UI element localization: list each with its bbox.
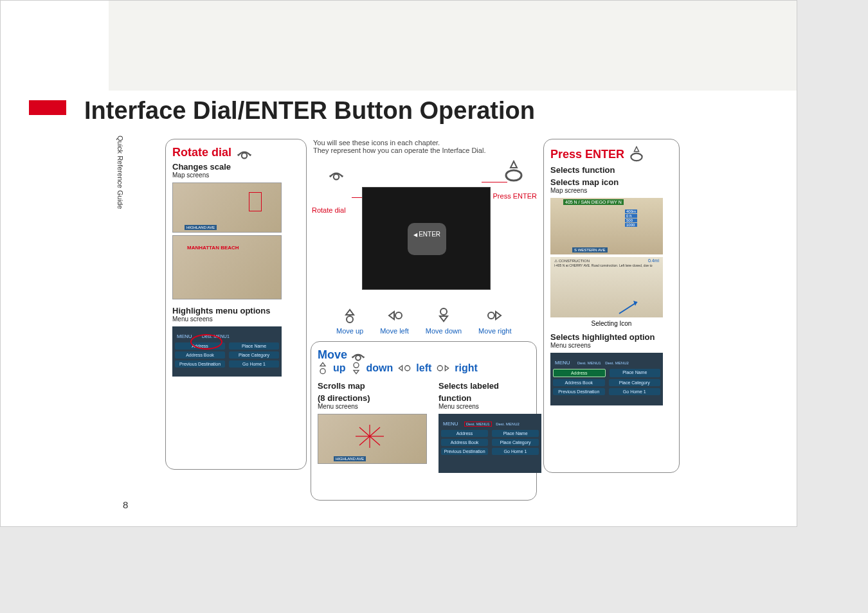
- move-down-icon: [351, 362, 361, 375]
- svg-point-6: [488, 312, 494, 319]
- press-enter-title: Press ENTER: [550, 148, 624, 161]
- press-enter-label: Press ENTER: [493, 192, 537, 200]
- menu-tab: Dest. MENU1: [577, 361, 601, 365]
- map-thumbnail-1: HIGHLAND AVE: [172, 182, 282, 233]
- rotate-dial-icon: [327, 168, 345, 181]
- menu-btn: Place Category: [229, 351, 279, 359]
- svg-point-5: [440, 308, 447, 315]
- direction-icons-row: Move up Move left Move down Move right: [336, 308, 511, 335]
- menu-btn: Address Book: [441, 439, 488, 446]
- svg-point-2: [506, 170, 521, 181]
- selecting-icon-caption: Selecting Icon: [550, 320, 673, 327]
- move-right-icon: [487, 308, 503, 323]
- side-tab-label: Quick Reference Guide: [116, 136, 124, 209]
- scale-tick: 500: [625, 218, 637, 222]
- enter-knob: ◀ ENTER: [408, 223, 446, 255]
- highlights-heading: Highlights menu options: [172, 306, 300, 315]
- move-left-label: Move left: [380, 327, 409, 335]
- map-thumbnail-scroll: HIGHLAND AVE: [318, 414, 427, 464]
- menu-btn: Address Book: [175, 351, 225, 359]
- selects-function-heading: Selects function: [550, 165, 673, 175]
- down-word: down: [366, 362, 393, 374]
- move-right-icon: [437, 363, 449, 373]
- selects-highlighted-heading: Selects highlighted option: [550, 332, 673, 342]
- area-label: MANHATTAN BEACH: [187, 245, 239, 251]
- menu-tab: Dest. MENU2: [605, 361, 629, 365]
- svg-point-0: [242, 153, 247, 158]
- dial-diagram: Rotate dial Press ENTER ◀ ENTER Move up …: [313, 168, 532, 335]
- document-page: Interface Dial/ENTER Button Operation Qu…: [0, 0, 797, 527]
- svg-line-16: [359, 427, 370, 436]
- menu-thumbnail-2: MENU Dest. MENU1 Dest. MENU2 AddressPlac…: [439, 414, 541, 473]
- menu-screens-label: Menu screens: [550, 342, 673, 349]
- construction-detail: I-405 N at CHERRY AVE. Road construction…: [554, 263, 657, 267]
- menu-screens-label: Menu screens: [439, 403, 541, 410]
- menu-thumbnail-3: MENU Dest. MENU1 Dest. MENU2 AddressPlac…: [550, 353, 663, 405]
- selects-map-icon-heading: Selects map icon: [550, 177, 673, 187]
- move-down-label: Move down: [426, 327, 462, 335]
- svg-point-7: [356, 355, 361, 360]
- selecting-icon-arrow: [618, 298, 644, 315]
- rotate-dial-label: Rotate dial: [312, 206, 346, 214]
- scale-tick: 1000: [625, 223, 637, 227]
- menu-header: MENU: [553, 359, 572, 366]
- section-marker: [29, 100, 66, 115]
- menu-btn: Address Book: [553, 379, 605, 386]
- svg-point-20: [631, 154, 642, 161]
- menu-tab-highlighted: Dest. MENU1: [464, 422, 492, 427]
- move-up-label: Move up: [336, 327, 363, 335]
- header-band: [109, 1, 797, 91]
- menu-btn: Previous Destination: [553, 388, 605, 395]
- svg-point-4: [395, 312, 402, 319]
- move-right-label: Move right: [478, 327, 511, 335]
- menu-btn: Place Name: [492, 430, 539, 437]
- move-left-icon: [398, 363, 411, 373]
- svg-point-8: [320, 369, 325, 374]
- page-title: Interface Dial/ENTER Button Operation: [84, 97, 535, 125]
- construction-label: ⚠ CONSTRUCTION: [554, 258, 590, 263]
- menu-screens-label: Menu screens: [172, 315, 300, 323]
- menu-tab: Dest. MENU2: [496, 422, 520, 426]
- svg-line-19: [370, 436, 380, 445]
- menu-btn: Previous Destination: [441, 448, 488, 455]
- scale-tick: 0 ft: [625, 214, 637, 218]
- menu-btn: Place Name: [610, 369, 661, 377]
- map-thumbnail-construction: ⚠ CONSTRUCTION 0.4mi I-405 N at CHERRY A…: [550, 257, 663, 317]
- street-label: HIGHLAND AVE: [334, 456, 366, 461]
- svg-point-10: [405, 366, 410, 371]
- dial-hardware-illustration: ◀ ENTER: [362, 187, 491, 290]
- menu-header: MENU: [441, 420, 460, 427]
- intro-line2: They represent how you can operate the I…: [313, 147, 532, 154]
- street-label: S WESTERN AVE: [572, 247, 608, 253]
- menu-btn: Place Category: [492, 439, 539, 446]
- intro-line1: You will see these icons in each chapter…: [313, 139, 532, 147]
- map-thumbnail-fwy: 405 N / SAN DIEGO FWY N 400m 0 ft 500 10…: [550, 198, 663, 254]
- svg-point-11: [438, 366, 443, 371]
- rotate-dial-icon-wrap: [327, 168, 345, 183]
- menu-btn: Address: [441, 430, 488, 437]
- move-panel: Move up down left right Scrolls map (8 d…: [311, 341, 537, 501]
- menu-btn: Go Home 1: [492, 448, 539, 455]
- rotate-dial-title: Rotate dial: [172, 146, 231, 159]
- changes-scale-heading: Changes scale: [172, 162, 300, 172]
- svg-point-9: [354, 362, 359, 368]
- function-heading: function: [439, 393, 541, 403]
- intro-text: You will see these icons in each chapter…: [313, 139, 532, 154]
- scrolls-map-heading: Scrolls map: [318, 381, 427, 391]
- menu-btn: Previous Destination: [175, 360, 225, 368]
- fwy-sign: 405 N / SAN DIEGO FWY N: [563, 199, 624, 205]
- map-screens-label: Map screens: [172, 172, 300, 179]
- press-enter-panel: Press ENTER Selects function Selects map…: [543, 139, 680, 473]
- up-word: up: [333, 362, 346, 374]
- street-label: HIGHLAND AVE: [185, 225, 217, 230]
- rotate-dial-icon: [235, 147, 253, 159]
- move-up-icon: [318, 362, 328, 375]
- move-left-icon: [387, 308, 402, 323]
- map-thumbnail-2: MANHATTAN BEACH: [172, 235, 282, 299]
- move-up-icon: [342, 308, 357, 323]
- press-enter-icon: [502, 160, 525, 183]
- right-word: right: [455, 362, 478, 374]
- selects-labeled-heading: Selects labeled: [439, 381, 541, 391]
- left-word: left: [416, 362, 431, 374]
- menu-btn: Place Category: [609, 379, 661, 386]
